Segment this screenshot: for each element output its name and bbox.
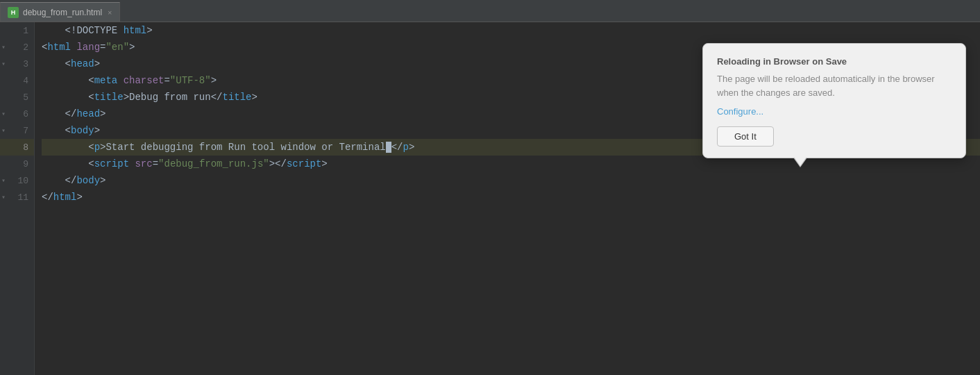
fold-arrow-icon[interactable]: ▾ [1, 176, 6, 185]
editor-area: 1▾2▾345▾6▾789▾10▾11 <!DOCTYPE html><html… [0, 22, 980, 375]
line-number: ▾11 [0, 189, 34, 206]
tooltip-body: The page will be reloaded automatically … [717, 72, 952, 99]
tab-close-icon[interactable]: × [108, 8, 112, 17]
code-line: </html> [42, 189, 980, 206]
line-number: ▾6 [0, 106, 34, 122]
line-number: 4 [0, 72, 34, 89]
tooltip-arrow-inner [794, 157, 806, 166]
configure-link[interactable]: Configure... [717, 106, 952, 117]
file-tab[interactable]: H debug_from_run.html × [0, 2, 120, 22]
line-number: ▾7 [0, 122, 34, 139]
tooltip-popup: Reloading in Browser on Save The page wi… [702, 43, 966, 158]
line-number: ▾10 [0, 172, 34, 189]
fold-arrow-icon[interactable]: ▾ [1, 60, 6, 68]
text-cursor [386, 142, 391, 153]
line-number: ▾2 [0, 39, 34, 56]
tab-bar: H debug_from_run.html × [0, 0, 980, 22]
line-number: 9 [0, 156, 34, 172]
code-line: </body> [42, 172, 980, 189]
line-number: 8 [0, 139, 34, 156]
line-number: 1 [0, 22, 34, 39]
tab-filename: debug_from_run.html [23, 8, 102, 17]
tooltip-title: Reloading in Browser on Save [717, 56, 952, 67]
code-line: <!DOCTYPE html> [42, 22, 980, 39]
line-number: ▾3 [0, 56, 34, 72]
fold-arrow-icon[interactable]: ▾ [1, 126, 6, 135]
file-type-icon: H [8, 7, 19, 18]
fold-arrow-icon[interactable]: ▾ [1, 110, 6, 118]
line-number: 5 [0, 89, 34, 106]
line-number-gutter: 1▾2▾345▾6▾789▾10▾11 [0, 22, 35, 375]
got-it-button[interactable]: Got It [717, 126, 774, 147]
fold-arrow-icon[interactable]: ▾ [1, 193, 6, 201]
fold-arrow-icon[interactable]: ▾ [1, 43, 6, 51]
